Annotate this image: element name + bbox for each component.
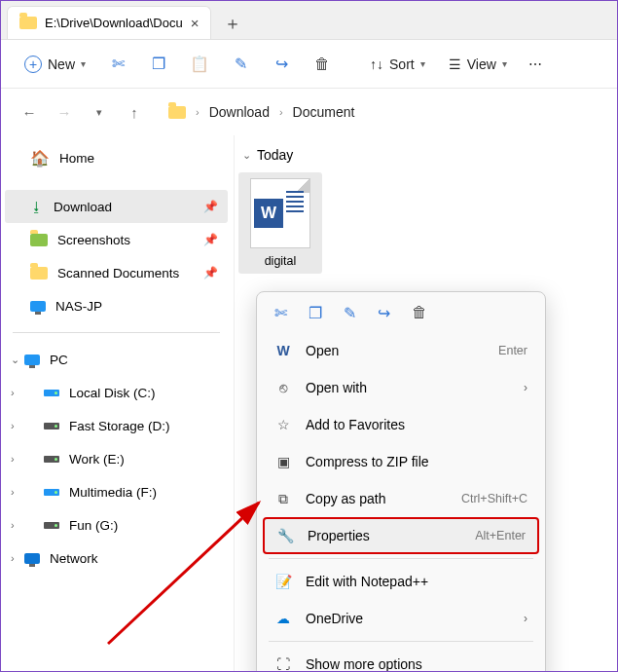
pin-icon: 📌 [203,266,218,280]
view-button[interactable]: ☰ View ▾ [439,48,517,81]
sidebar-drive-e[interactable]: › Work (E:) [5,442,228,475]
label: NAS-JP [55,299,102,314]
ctx-compress[interactable]: ▣ Compress to ZIP file [263,443,539,480]
drive-icon [44,489,59,496]
crumb-document[interactable]: Document [293,104,355,120]
chevron-down-icon: ▾ [420,58,425,69]
onedrive-icon: ☁ [274,611,292,626]
up-button[interactable]: ↑ [120,97,149,127]
rename-icon[interactable]: ✎ [344,304,356,322]
sidebar-drive-g[interactable]: › Fun (G:) [5,508,228,541]
crumb-download[interactable]: Download [209,104,270,120]
ctx-more[interactable]: ⛶ Show more options [263,646,539,672]
download-icon: ⭳ [30,200,44,214]
window-tab[interactable]: E:\Drive\Download\Docu × [7,6,211,39]
file-digital[interactable]: W digital [238,172,322,274]
label: Copy as path [306,491,386,506]
more-icon: ⛶ [274,656,292,672]
sidebar-scanned[interactable]: Scanned Documents 📌 [5,256,228,289]
forward-button[interactable]: → [50,97,79,127]
delete-icon[interactable]: 🗑 [412,304,427,322]
star-icon: ☆ [274,417,292,432]
chevron-down-icon: ▾ [502,58,507,69]
folder-icon [30,267,48,280]
label: Open [306,343,339,358]
sidebar-drive-d[interactable]: › Fast Storage (D:) [5,409,228,442]
chevron-right-icon[interactable]: › [11,420,15,431]
sidebar-network[interactable]: › Network [5,541,228,575]
home-label: Home [59,151,94,166]
context-menu: ✄ ❐ ✎ ↪ 🗑 W Open Enter ⎋ Open with › ☆ A… [256,291,546,672]
shortcut: Ctrl+Shift+C [461,492,527,505]
new-button[interactable]: + New ▾ [15,48,95,81]
folder-icon [168,106,186,119]
group-today[interactable]: ⌄ Today [242,147,609,163]
drive-icon [44,423,59,429]
sidebar-download[interactable]: ⭳ Download 📌 [5,190,228,223]
copy-button[interactable]: ❐ [140,48,177,81]
sidebar-drive-c[interactable]: › Local Disk (C:) [5,376,228,409]
ctx-open[interactable]: W Open Enter [263,332,539,369]
zip-icon: ▣ [274,454,292,469]
new-tab-button[interactable]: ＋ [217,8,248,39]
doc-lines-icon [286,191,304,215]
label: Scanned Documents [57,266,179,280]
separator [269,641,533,642]
chevron-right-icon: › [524,381,527,394]
word-icon: W [254,199,283,228]
sidebar-nas[interactable]: NAS-JP [5,289,228,322]
breadcrumb[interactable]: › Download › Document [168,104,354,120]
context-quick-actions: ✄ ❐ ✎ ↪ 🗑 [263,298,539,332]
view-label: View [467,56,496,72]
shortcut: Alt+Enter [475,529,526,542]
drive-icon [44,456,59,463]
chevron-right-icon[interactable]: › [11,453,15,465]
network-label: Network [50,551,98,566]
share-button[interactable]: ↪ [263,48,300,81]
paste-button[interactable]: 📋 [181,48,218,81]
overflow-button[interactable]: ⋯ [521,48,550,81]
sort-label: Sort [389,56,415,72]
plus-circle-icon: + [24,56,42,73]
share-icon[interactable]: ↪ [378,304,390,322]
label: Fun (G:) [69,518,118,533]
sort-button[interactable]: ↑↓ Sort ▾ [360,48,435,81]
ctx-favorites[interactable]: ☆ Add to Favorites [263,406,539,443]
chevron-down-icon: ▾ [81,58,86,69]
sort-icon: ↑↓ [370,56,383,72]
back-button[interactable]: ← [15,97,44,127]
chevron-right-icon[interactable]: › [11,552,15,564]
ctx-notepad[interactable]: 📝 Edit with Notepad++ [263,563,539,600]
folder-green-icon [30,234,48,246]
ctx-open-with[interactable]: ⎋ Open with › [263,369,539,406]
ctx-properties[interactable]: 🔧 Properties Alt+Enter [263,517,539,554]
sidebar-screenshots[interactable]: Screenshots 📌 [5,223,228,256]
chevron-right-icon[interactable]: › [11,519,15,531]
close-tab-icon[interactable]: × [191,15,200,31]
sidebar-drive-f[interactable]: › Multimedia (F:) [5,475,228,508]
recent-dropdown[interactable]: ▾ [85,97,114,127]
cut-icon[interactable]: ✄ [274,304,287,322]
chevron-right-icon[interactable]: › [11,486,15,498]
file-name: digital [265,254,297,268]
copy-icon[interactable]: ❐ [309,304,322,322]
pin-icon: 📌 [203,200,218,213]
label: OneDrive [306,611,363,626]
cut-button[interactable]: ✄ [99,48,136,81]
chevron-right-icon: › [524,612,527,625]
tab-bar: E:\Drive\Download\Docu × ＋ [1,1,617,40]
sidebar-pc[interactable]: ⌄ PC [5,343,228,376]
nav-pane: 🏠 Home ⭳ Download 📌 Screenshots 📌 Scanne… [1,135,235,672]
delete-button[interactable]: 🗑 [304,48,341,81]
rename-button[interactable]: ✎ [222,48,259,81]
chevron-down-icon[interactable]: ⌄ [11,354,19,366]
ctx-onedrive[interactable]: ☁ OneDrive › [263,600,539,637]
sidebar-home[interactable]: 🏠 Home [5,141,228,174]
divider [13,332,220,333]
new-label: New [48,56,75,72]
chevron-right-icon[interactable]: › [11,387,15,398]
word-icon: W [274,343,292,358]
wrench-icon: 🔧 [276,528,294,543]
drive-icon [44,390,59,396]
ctx-copy-path[interactable]: ⧉ Copy as path Ctrl+Shift+C [263,480,539,517]
